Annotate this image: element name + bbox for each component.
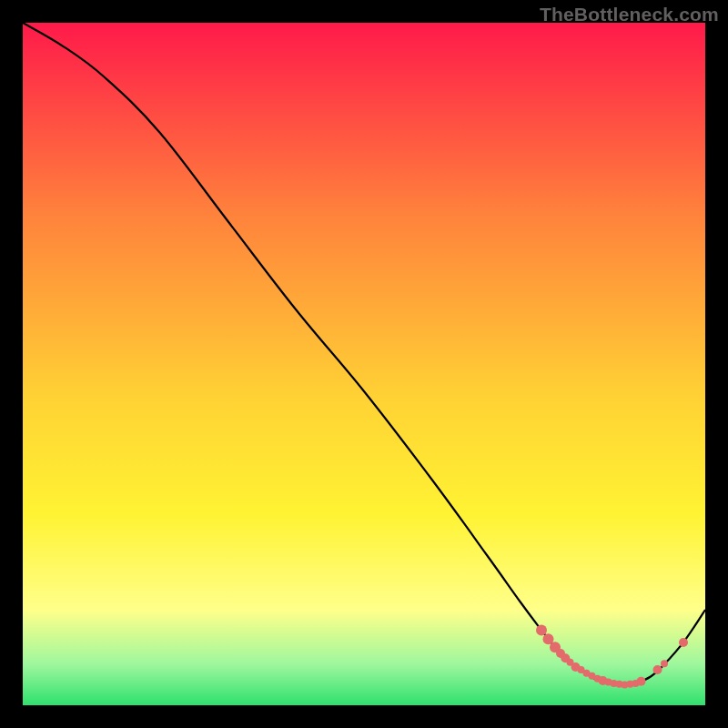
highlight-dot	[536, 625, 547, 636]
gradient-background	[23, 23, 705, 705]
highlight-dot	[637, 677, 646, 686]
highlight-dot	[679, 638, 688, 647]
highlight-dot	[653, 665, 662, 674]
highlight-dot	[661, 660, 668, 667]
chart-container: TheBottleneck.com	[0, 0, 728, 728]
bottleneck-chart	[23, 23, 705, 705]
